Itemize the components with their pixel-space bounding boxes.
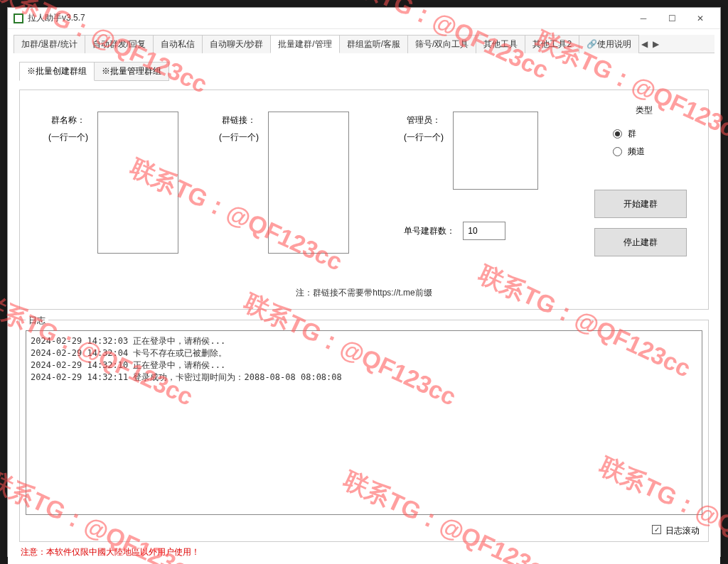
window-title: 拉人助手v3.5.7 [28, 12, 629, 24]
maximize-button[interactable]: ☐ [658, 9, 686, 28]
warning-text: 注意：本软件仅限中國大陸地區以外用户使用！ [21, 546, 707, 558]
minimize-button[interactable]: ─ [629, 9, 658, 28]
link-field: 群链接： (一行一个) [219, 112, 349, 254]
link-input[interactable] [268, 112, 349, 254]
log-title: 日志 [26, 315, 48, 327]
subtab-manage[interactable]: ※批量管理群组 [94, 62, 169, 81]
stop-button[interactable]: 停止建群 [594, 228, 687, 256]
subtab-create[interactable]: ※批量创建群组 [19, 62, 95, 81]
groupname-field: 群名称： (一行一个) [48, 112, 178, 254]
log-footer: ✓ 日志滚动 [20, 521, 708, 541]
tab-other1[interactable]: 其他工具 [476, 35, 525, 53]
link-note: 注：群链接不需要带https://t.me前缀 [20, 287, 708, 299]
main-tabs: 加群/退群/统计 自动群发/回复 自动私信 自动聊天/炒群 批量建群/管理 群组… [14, 35, 714, 53]
groupname-hint: (一行一个) [48, 129, 88, 146]
content-area: ※批量创建群组 ※批量管理群组 群名称： (一行一个) 群链接： (一行一个) [8, 53, 720, 564]
log-group: 日志 2024-02-29 14:32:03 正在登录中，请稍侯... 2024… [19, 320, 709, 542]
admin-field: 管理员： (一行一个) [404, 112, 538, 190]
tab-join[interactable]: 加群/退群/统计 [14, 35, 85, 53]
tab-monitor[interactable]: 群组监听/客服 [339, 35, 408, 53]
type-label: 类型 [601, 104, 687, 116]
app-icon [14, 13, 23, 23]
count-label: 单号建群数： [404, 226, 455, 236]
radio-channel[interactable]: 频道 [613, 146, 687, 158]
titlebar: 拉人助手v3.5.7 ─ ☐ ✕ [8, 8, 720, 29]
app-window: 拉人助手v3.5.7 ─ ☐ ✕ 加群/退群/统计 自动群发/回复 自动私信 自… [7, 7, 721, 557]
radio-icon [613, 129, 622, 139]
start-button[interactable]: 开始建群 [594, 190, 687, 218]
tab-autochat[interactable]: 自动聊天/炒群 [202, 35, 271, 53]
count-input[interactable] [463, 222, 505, 240]
tab-autosend[interactable]: 自动群发/回复 [85, 35, 154, 53]
type-group: 类型 群 频道 [601, 104, 687, 163]
radio-icon [613, 147, 622, 156]
tab-help[interactable]: 🔗使用说明 [579, 35, 639, 53]
tab-scroll-right-icon[interactable]: ▶ [650, 35, 661, 53]
tab-other2[interactable]: 其他工具2 [525, 35, 579, 53]
log-output[interactable]: 2024-02-29 14:32:03 正在登录中，请稍侯... 2024-02… [26, 330, 702, 515]
sub-tabs: ※批量创建群组 ※批量管理群组 [19, 62, 714, 81]
tab-filter[interactable]: 筛号/双向工具 [407, 35, 476, 53]
groupname-input[interactable] [97, 112, 178, 254]
create-panel: 群名称： (一行一个) 群链接： (一行一个) 管理员： (一行一个) [19, 90, 709, 310]
tab-autodm[interactable]: 自动私信 [153, 35, 203, 53]
close-button[interactable]: ✕ [686, 9, 714, 28]
admin-input[interactable] [453, 112, 538, 190]
link-hint: (一行一个) [219, 129, 259, 146]
tab-scroll-left-icon[interactable]: ◀ [638, 35, 650, 53]
admin-hint: (一行一个) [404, 129, 444, 146]
button-column: 开始建群 停止建群 [594, 190, 687, 266]
tab-batchgroup[interactable]: 批量建群/管理 [270, 35, 339, 53]
checkbox-icon[interactable]: ✓ [652, 525, 661, 534]
radio-group[interactable]: 群 [613, 128, 687, 140]
log-scroll-label: 日志滚动 [665, 525, 700, 537]
link-label: 群链接： [219, 112, 259, 129]
admin-label: 管理员： [404, 112, 444, 129]
count-row: 单号建群数： [404, 222, 505, 240]
groupname-label: 群名称： [48, 112, 88, 129]
